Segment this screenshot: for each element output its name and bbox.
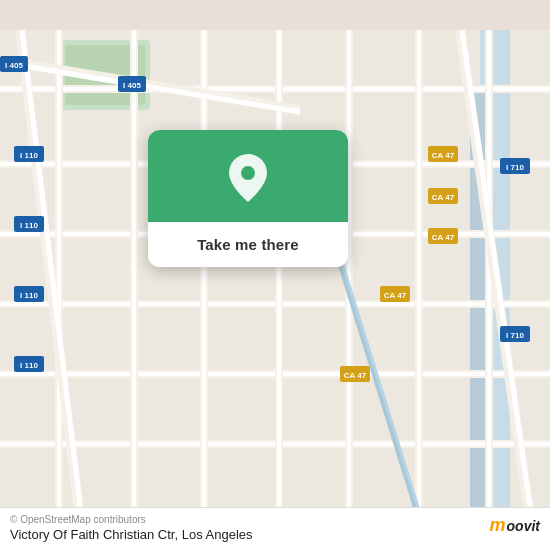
svg-point-66 [241, 166, 255, 180]
map-background: I 405 I 110 I 110 I 110 I 110 CA 47 CA 4… [0, 0, 550, 550]
card-green-top [148, 130, 348, 222]
take-me-card: Take me there [148, 130, 348, 267]
svg-rect-29 [417, 30, 421, 520]
svg-rect-21 [132, 30, 136, 520]
svg-text:I 110: I 110 [20, 291, 38, 300]
svg-text:CA 47: CA 47 [344, 371, 367, 380]
svg-text:I 110: I 110 [20, 361, 38, 370]
svg-rect-19 [57, 30, 61, 520]
svg-text:I 405: I 405 [5, 61, 23, 70]
location-pin-icon [226, 152, 270, 204]
svg-text:I 710: I 710 [506, 163, 524, 172]
bottom-bar: © OpenStreetMap contributors Victory Of … [0, 507, 550, 550]
svg-text:I 710: I 710 [506, 331, 524, 340]
moovit-logo: m oovit [490, 515, 540, 536]
svg-text:CA 47: CA 47 [432, 151, 455, 160]
svg-rect-23 [202, 30, 206, 520]
svg-text:CA 47: CA 47 [432, 193, 455, 202]
svg-text:I 110: I 110 [20, 151, 38, 160]
map-container: I 405 I 110 I 110 I 110 I 110 CA 47 CA 4… [0, 0, 550, 550]
take-me-button[interactable]: Take me there [148, 222, 348, 267]
moovit-m-letter: m [490, 515, 505, 536]
svg-text:CA 47: CA 47 [432, 233, 455, 242]
svg-text:CA 47: CA 47 [384, 291, 407, 300]
svg-text:I 405: I 405 [123, 81, 141, 90]
svg-text:I 110: I 110 [20, 221, 38, 230]
location-name: Victory Of Faith Christian Ctr, Los Ange… [10, 527, 540, 542]
moovit-logo-text: oovit [507, 518, 540, 534]
copyright-text: © OpenStreetMap contributors [10, 514, 540, 525]
svg-rect-27 [347, 30, 351, 520]
